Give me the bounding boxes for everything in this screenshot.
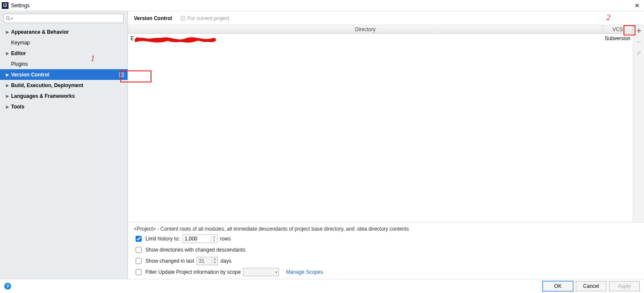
settings-sidebar: ▾ ▶Appearance & Behavior ▶Keymap ▶Editor… — [0, 11, 128, 279]
show-changed-last-checkbox[interactable] — [136, 258, 142, 264]
limit-history-input[interactable] — [183, 235, 211, 243]
svg-rect-3 — [120, 73, 123, 76]
limit-history-checkbox[interactable] — [136, 236, 142, 242]
sidebar-item-label: Plugins — [11, 61, 28, 67]
plus-icon — [636, 28, 642, 34]
show-changed-last-label-post: days — [220, 258, 231, 264]
table-row[interactable]: E Subversion — [128, 34, 633, 43]
search-filter-caret-icon[interactable]: ▾ — [11, 17, 13, 21]
spin-up-icon[interactable]: ▲ — [212, 235, 217, 239]
spin-down-icon[interactable]: ▼ — [212, 239, 217, 243]
vcs-mapping-table: Directory VCS E Subversion — [128, 25, 633, 222]
sidebar-item-build-execution-deployment[interactable]: ▶Build, Execution, Deployment — [0, 80, 128, 91]
remove-button — [634, 37, 644, 47]
sidebar-item-keymap[interactable]: ▶Keymap — [0, 37, 128, 48]
table-toolbar — [633, 25, 644, 222]
column-header-directory[interactable]: Directory — [128, 25, 603, 33]
sidebar-item-label: Build, Execution, Deployment — [11, 82, 83, 88]
sidebar-item-label: Appearance & Behavior — [11, 29, 69, 35]
title-bar: IJ Settings ✕ — [0, 0, 644, 11]
minus-icon — [636, 39, 642, 45]
filter-scope-row: Filter Update Project information by sco… — [134, 268, 638, 276]
add-button[interactable] — [634, 26, 644, 35]
spin-down-icon: ▼ — [212, 261, 218, 265]
page-title: Version Control — [134, 15, 172, 21]
close-icon[interactable]: ✕ — [632, 2, 642, 9]
filter-scope-label: Filter Update Project information by sco… — [145, 269, 241, 275]
manage-scopes-link[interactable]: Manage Scopes — [286, 269, 323, 275]
show-changed-last-field: ▲▼ — [197, 257, 218, 265]
search-icon — [6, 16, 11, 21]
project-scope-label: For current project — [187, 15, 229, 21]
svg-rect-5 — [182, 17, 184, 20]
apply-button: Apply — [609, 281, 640, 291]
project-settings-icon — [180, 16, 186, 21]
cell-vcs: Subversion — [603, 35, 633, 41]
svg-point-0 — [6, 17, 9, 20]
cancel-button[interactable]: Cancel — [576, 281, 606, 291]
sidebar-item-label: Editor — [11, 50, 26, 56]
edit-button — [634, 48, 644, 58]
window-title: Settings — [11, 3, 29, 9]
ok-button[interactable]: OK — [542, 281, 573, 291]
sidebar-item-label: Keymap — [11, 40, 30, 46]
chevron-down-icon: ▾ — [276, 270, 277, 274]
show-changed-last-label-pre: Show changed in last — [145, 258, 194, 264]
project-mapping-hint: <Project> - Content roots of all modules… — [134, 226, 638, 232]
show-changed-last-row: Show changed in last ▲▼ days — [134, 257, 638, 265]
dialog-button-bar: ? OK Cancel Apply — [0, 279, 644, 293]
project-settings-icon — [119, 72, 124, 77]
limit-history-label-post: rows — [220, 236, 231, 242]
directory-prefix: E — [131, 35, 134, 41]
sidebar-item-tools[interactable]: ▶Tools — [0, 101, 128, 112]
sidebar-item-version-control[interactable]: ▶Version Control — [0, 69, 128, 80]
sidebar-item-label: Tools — [11, 104, 24, 110]
sidebar-item-plugins[interactable]: ▶Plugins — [0, 59, 128, 69]
search-input[interactable] — [15, 15, 122, 22]
project-scope-note: For current project — [180, 15, 229, 21]
show-dirs-changed-checkbox[interactable] — [136, 247, 142, 253]
sidebar-item-languages-frameworks[interactable]: ▶Languages & Frameworks — [0, 91, 128, 101]
sidebar-item-label: Languages & Frameworks — [11, 93, 75, 99]
help-button[interactable]: ? — [4, 283, 11, 290]
show-changed-last-input — [197, 257, 212, 265]
limit-history-row: Limit history to: ▲▼ rows — [134, 234, 638, 243]
sidebar-item-appearance-behavior[interactable]: ▶Appearance & Behavior — [0, 26, 128, 37]
cell-directory: E — [128, 35, 603, 41]
limit-history-label-pre: Limit history to: — [145, 236, 180, 242]
spin-up-icon: ▲ — [212, 257, 218, 261]
settings-search[interactable]: ▾ — [3, 14, 124, 23]
limit-history-field[interactable]: ▲▼ — [183, 234, 218, 243]
redacted-path — [135, 36, 216, 44]
app-icon: IJ — [2, 2, 9, 9]
settings-tree: ▶Appearance & Behavior ▶Keymap ▶Editor ▶… — [0, 26, 128, 279]
filter-scope-combo[interactable]: ▾ — [243, 268, 279, 276]
column-header-vcs[interactable]: VCS — [603, 25, 633, 33]
show-dirs-changed-row: Show directories with changed descendant… — [134, 246, 638, 254]
sidebar-item-label: Version Control — [11, 72, 49, 78]
sidebar-item-editor[interactable]: ▶Editor — [0, 48, 128, 59]
filter-scope-checkbox[interactable] — [136, 269, 142, 275]
show-dirs-changed-label: Show directories with changed descendant… — [145, 247, 245, 253]
pencil-icon — [636, 50, 642, 56]
svg-line-1 — [9, 19, 10, 21]
settings-content: Version Control For current project Dire… — [128, 11, 644, 279]
